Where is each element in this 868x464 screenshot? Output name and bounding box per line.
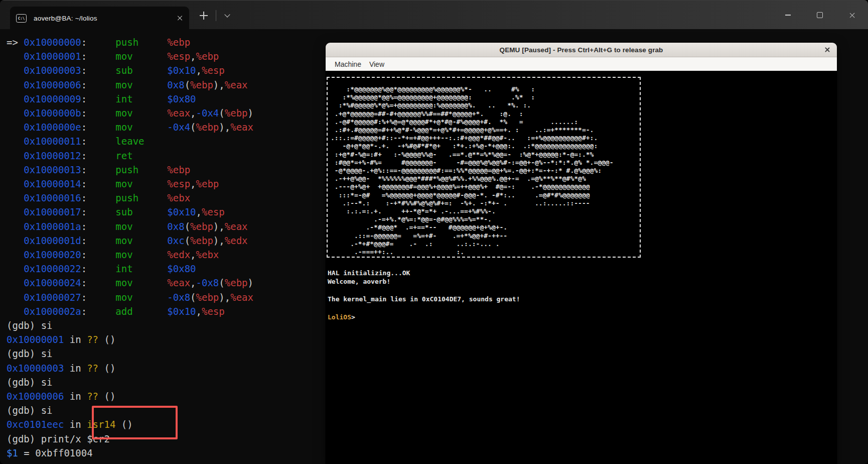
qemu-menubar: Machine View — [326, 57, 837, 71]
terminal-window: C:\ aoverb@BA: ~/lolios => 0x10000000: p… — [0, 0, 868, 464]
window-controls — [772, 1, 868, 30]
qemu-menu-view[interactable]: View — [365, 60, 388, 68]
ascii-art-frame: :*@@@@@@@%@@*@@@@@@@@@%@@@@@@%*- .. #% :… — [327, 77, 641, 258]
tab-bar-divider — [216, 10, 216, 21]
tab-title: aoverb@BA: ~/lolios — [34, 15, 177, 22]
qemu-menu-machine[interactable]: Machine — [331, 60, 365, 68]
maximize-icon — [817, 12, 823, 18]
tab-close-icon[interactable] — [177, 15, 183, 21]
new-tab-button[interactable] — [200, 12, 208, 20]
maximize-button[interactable] — [804, 1, 836, 30]
chevron-down-icon[interactable] — [225, 13, 230, 18]
gdb-output[interactable]: => 0x10000000: push %ebp 0x10000001: mov… — [7, 35, 253, 460]
cmd-prompt-icon: C:\ — [16, 14, 27, 23]
qemu-titlebar[interactable]: QEMU [Paused] - Press Ctrl+Alt+G to rele… — [326, 43, 837, 57]
terminal-tab-bar: C:\ aoverb@BA: ~/lolios — [0, 0, 868, 29]
minimize-icon — [785, 15, 791, 15]
minimize-button[interactable] — [772, 1, 804, 30]
terminal-tab[interactable]: C:\ aoverb@BA: ~/lolios — [10, 7, 189, 30]
qemu-display[interactable]: :*@@@@@@@%@@*@@@@@@@@@%@@@@@@%*- .. #% :… — [326, 71, 837, 464]
close-icon — [849, 12, 855, 19]
qemu-console: HAL initializing...OKWelcome, aoverb! Th… — [328, 260, 520, 321]
qemu-close-icon[interactable] — [824, 47, 830, 53]
qemu-title: QEMU [Paused] - Press Ctrl+Alt+G to rele… — [500, 46, 663, 54]
close-button[interactable] — [836, 1, 868, 30]
qemu-window: QEMU [Paused] - Press Ctrl+Alt+G to rele… — [326, 43, 837, 464]
qemu-ascii-art: :*@@@@@@@%@@*@@@@@@@@@%@@@@@@%*- .. #% :… — [331, 85, 614, 256]
